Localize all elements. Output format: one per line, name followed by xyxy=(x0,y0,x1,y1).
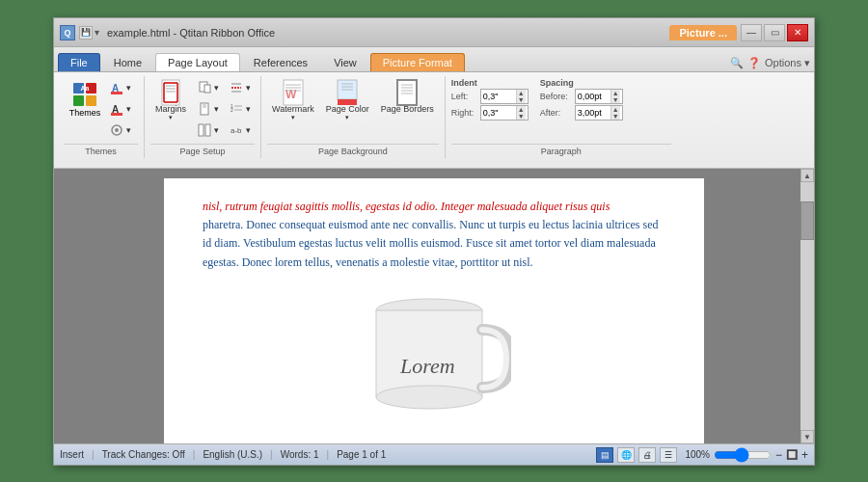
quick-access-save[interactable]: 💾 xyxy=(79,26,93,40)
ribbon-group-themes: Aa Themes A ▾ xyxy=(58,76,145,158)
indent-left-up[interactable]: ▲ xyxy=(516,90,526,96)
mug-svg: Lorem xyxy=(357,281,511,416)
zoom-slider[interactable] xyxy=(714,449,772,461)
view-web-btn[interactable]: 🌐 xyxy=(617,447,635,463)
tab-file[interactable]: File xyxy=(58,53,100,71)
page-setup-group-label: Page Setup xyxy=(150,144,255,156)
margins-icon xyxy=(159,81,182,104)
watermark-button[interactable]: W Watermark ▾ xyxy=(267,78,319,124)
tab-home[interactable]: Home xyxy=(101,53,154,71)
indent-right-up[interactable]: ▲ xyxy=(516,106,526,113)
spacing-after-spinbox[interactable]: 3,00pt ▲ ▼ xyxy=(575,105,623,120)
tab-page-layout[interactable]: Page Layout xyxy=(155,53,240,71)
help-icon[interactable]: ❓ xyxy=(747,57,761,69)
tab-view[interactable]: View xyxy=(321,53,369,71)
svg-rect-44 xyxy=(397,80,417,105)
indent-right-row: Right: 0,3" ▲ ▼ xyxy=(451,105,529,120)
line-numbers-button[interactable]: 1 2 ▾ xyxy=(225,99,255,119)
minimize-button[interactable]: — xyxy=(741,24,762,41)
indent-left-label: Left: xyxy=(451,92,478,101)
status-pages: Page 1 of 1 xyxy=(337,449,386,460)
page-setup-items: Margins ▾ ▾ xyxy=(150,78,255,144)
orientation-icon xyxy=(197,80,212,95)
svg-rect-3 xyxy=(86,95,96,106)
indent-left-spinbox[interactable]: 0,3" ▲ ▼ xyxy=(480,89,529,104)
maximize-button[interactable]: ▭ xyxy=(764,24,785,41)
themes-main-row: Aa Themes A ▾ xyxy=(67,78,136,140)
floating-tab-label: Picture ... xyxy=(669,25,737,40)
status-language: English (U.S.) xyxy=(203,449,262,460)
themes-sub-btns: A ▾ A ▾ xyxy=(105,78,135,140)
indent-right-arrows: ▲ ▼ xyxy=(516,106,526,120)
spacing-before-spinbox[interactable]: 0,00pt ▲ ▼ xyxy=(575,89,623,104)
fonts-icon: A xyxy=(109,101,124,117)
scrollbar-track[interactable] xyxy=(800,240,814,430)
page-borders-icon xyxy=(395,81,419,104)
scrollbar-down-btn[interactable]: ▼ xyxy=(800,430,814,443)
page-background-items: W Watermark ▾ xyxy=(267,78,439,144)
status-bar: Insert | Track Changes: Off | English (U… xyxy=(54,443,814,465)
window-controls: — ▭ ✕ xyxy=(741,24,808,41)
spacing-after-row: After: 3,00pt ▲ ▼ xyxy=(540,105,623,120)
spacing-after-up[interactable]: ▲ xyxy=(610,106,620,113)
svg-text:2: 2 xyxy=(231,107,233,113)
watermark-label: Watermark xyxy=(272,104,314,114)
paragraph-group-label: Paragraph xyxy=(451,144,671,156)
vertical-scrollbar[interactable]: ▲ ▼ xyxy=(800,169,814,443)
spacing-before-down[interactable]: ▼ xyxy=(610,96,620,103)
margins-button[interactable]: Margins ▾ xyxy=(150,78,191,124)
orientation-button[interactable]: ▾ xyxy=(193,78,223,97)
tab-picture-format[interactable]: Picture Format xyxy=(370,53,465,71)
indent-right-spinbox[interactable]: 0,3" ▲ ▼ xyxy=(480,105,529,120)
size-button[interactable]: ▾ xyxy=(193,99,223,119)
indent-left-row: Left: 0,3" ▲ ▼ xyxy=(451,89,529,104)
close-button[interactable]: ✕ xyxy=(787,24,808,41)
themes-button[interactable]: Aa Themes xyxy=(67,78,104,120)
page-borders-button[interactable]: Page Borders xyxy=(376,78,439,117)
spacing-after-value: 3,00pt xyxy=(578,108,610,118)
themes-icon: Aa xyxy=(71,81,98,108)
indent-right-down[interactable]: ▼ xyxy=(516,113,526,120)
spacing-after-arrows: ▲ ▼ xyxy=(610,106,620,120)
quick-access-arrow[interactable]: ▾ xyxy=(95,27,99,38)
tab-references[interactable]: References xyxy=(241,53,320,71)
options-btn[interactable]: Options ▾ xyxy=(765,57,810,69)
zoom-minus-icon[interactable]: − xyxy=(775,448,782,462)
svg-text:Aa: Aa xyxy=(81,85,90,92)
status-bar-left: Insert | Track Changes: Off | English (U… xyxy=(60,449,596,460)
document-area: nisl, rutrum feugiat sagittis mollis, eg… xyxy=(54,169,814,443)
page-color-button[interactable]: Page Color ▾ xyxy=(321,78,374,124)
margins-arrow: ▾ xyxy=(169,114,173,121)
columns-button[interactable]: ▾ xyxy=(193,120,223,140)
view-outline-btn[interactable]: ☰ xyxy=(660,447,677,463)
breaks-button[interactable]: ▾ xyxy=(225,78,255,97)
view-normal-btn[interactable]: ▤ xyxy=(596,447,613,463)
scrollbar-up-btn[interactable]: ▲ xyxy=(800,169,814,182)
indent-left-down[interactable]: ▼ xyxy=(516,96,526,103)
page-color-label: Page Color xyxy=(326,104,369,114)
indent-left-arrows: ▲ ▼ xyxy=(516,90,526,103)
scrollbar-thumb[interactable] xyxy=(800,201,814,240)
colors-button[interactable]: A ▾ xyxy=(105,78,135,97)
spacing-before-up[interactable]: ▲ xyxy=(610,90,620,96)
help-search-icon[interactable]: 🔍 xyxy=(730,57,744,69)
ribbon-content: Aa Themes A ▾ xyxy=(54,74,814,166)
svg-text:W: W xyxy=(285,88,297,101)
fonts-button[interactable]: A ▾ xyxy=(105,99,135,119)
view-print-btn[interactable]: 🖨 xyxy=(638,447,656,463)
svg-text:a-b: a-b xyxy=(231,126,242,135)
spacing-after-label: After: xyxy=(540,108,573,118)
zoom-label: 100% xyxy=(685,449,710,460)
hyphenation-icon: a-b xyxy=(229,122,244,138)
zoom-plus-icon[interactable]: + xyxy=(801,448,808,462)
svg-point-51 xyxy=(376,386,482,409)
doc-text-body: pharetra. Donec consequat euismod ante n… xyxy=(203,216,665,272)
page-color-icon xyxy=(336,81,359,104)
indent-col: Indent Left: 0,3" ▲ ▼ xyxy=(451,78,529,120)
spacing-after-down[interactable]: ▼ xyxy=(610,113,620,120)
hyphenation-button[interactable]: a-b ▾ xyxy=(225,120,255,140)
svg-rect-20 xyxy=(204,85,210,93)
status-track-changes: Track Changes: Off xyxy=(102,449,185,460)
effects-button[interactable]: ▾ xyxy=(105,120,135,140)
svg-point-10 xyxy=(115,128,119,132)
